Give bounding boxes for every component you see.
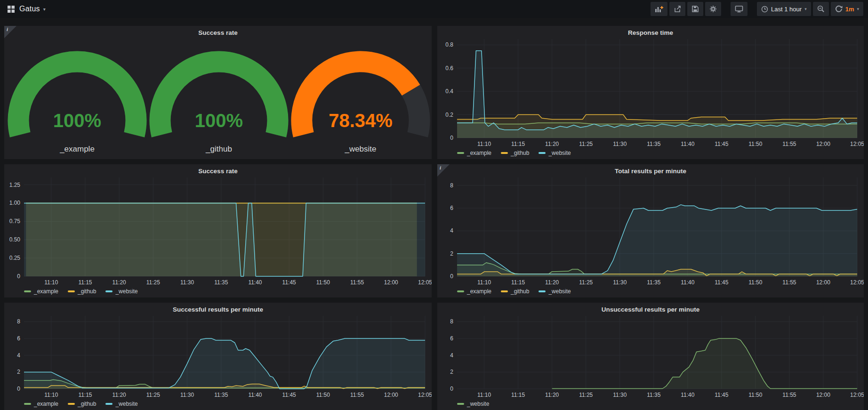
x-tick-label: 12:00 — [816, 141, 830, 147]
clock-icon — [761, 6, 768, 13]
legend-item-_website[interactable]: _website — [457, 401, 489, 407]
save-button[interactable] — [687, 2, 703, 16]
y-tick-label: 0 — [17, 273, 20, 280]
total-results-per-minute-plot[interactable]: 0246811:1011:1511:2011:2511:3011:3511:40… — [437, 164, 864, 297]
legend-color-swatch — [538, 290, 546, 292]
panel-unsuccessful-results: Unsuccessful results per minute 0246811:… — [437, 303, 864, 410]
x-tick-label: 11:55 — [782, 392, 796, 398]
legend-item-_website[interactable]: _website — [105, 288, 137, 295]
x-tick-label: 11:40 — [248, 279, 262, 286]
x-tick-label: 11:50 — [748, 392, 762, 398]
legend-label: _github — [78, 401, 96, 407]
legend-label: _github — [78, 288, 96, 295]
x-tick-label: 11:45 — [715, 279, 728, 286]
legend-color-swatch — [538, 152, 546, 154]
panel-title[interactable]: Success rate — [4, 168, 432, 175]
y-tick-label: 4 — [17, 352, 20, 359]
info-corner-icon[interactable]: i — [437, 164, 450, 177]
legend-item-_github[interactable]: _github — [501, 288, 529, 295]
y-tick-label: 0 — [450, 135, 453, 141]
save-icon — [691, 5, 699, 13]
gauge-value-_website: 78.34% — [329, 110, 393, 131]
info-icon: i — [7, 26, 8, 32]
legend: _example_github_website — [457, 150, 571, 156]
x-tick-label: 11:55 — [350, 392, 364, 398]
zoom-out-icon — [817, 5, 825, 13]
legend-item-_github[interactable]: _github — [68, 288, 96, 295]
chevron-down-icon[interactable]: ▾ — [43, 7, 46, 12]
x-tick-label: 11:15 — [511, 392, 525, 398]
legend-item-_example[interactable]: _example — [457, 288, 491, 295]
legend-color-swatch — [24, 403, 31, 405]
legend-color-swatch — [105, 403, 113, 405]
x-tick-label: 12:05 — [850, 392, 864, 398]
zoom-out-button[interactable] — [813, 2, 829, 16]
info-corner-icon[interactable]: i — [4, 26, 16, 38]
legend-item-_github[interactable]: _github — [68, 401, 96, 407]
x-tick-label: 11:25 — [579, 392, 593, 398]
y-tick-label: 8 — [450, 182, 453, 189]
x-tick-label: 11:30 — [180, 279, 194, 286]
share-button[interactable] — [669, 2, 685, 16]
panel-response-time: Response time 00.20.40.60.811:1011:1511:… — [437, 26, 864, 159]
y-tick-label: 2 — [450, 250, 453, 257]
legend-item-_example[interactable]: _example — [457, 150, 491, 156]
x-tick-label: 11:50 — [748, 141, 762, 147]
legend-item-_website[interactable]: _website — [105, 401, 137, 407]
x-tick-label: 11:40 — [681, 141, 694, 147]
y-tick-label: 0.4 — [445, 88, 453, 95]
y-tick-label: 0.8 — [445, 41, 453, 48]
panel-title[interactable]: Total results per minute — [437, 168, 864, 175]
legend-item-_example[interactable]: _example — [24, 401, 58, 407]
panel-title[interactable]: Response time — [437, 29, 864, 36]
y-tick-label: 6 — [450, 335, 453, 342]
add-panel-icon — [655, 5, 663, 13]
legend-label: _website — [548, 150, 571, 156]
panel-successful-results: Successful results per minute 0246811:10… — [4, 303, 432, 410]
time-range-label: Last 1 hour — [771, 6, 802, 13]
legend-item-_website[interactable]: _website — [538, 288, 571, 295]
x-tick-label: 11:25 — [579, 141, 593, 147]
y-tick-label: 8 — [17, 318, 20, 325]
successful-results-chart-area: 0246811:1011:1511:2011:2511:3011:3511:40… — [4, 303, 432, 410]
time-range-picker[interactable]: Last 1 hour ▾ — [757, 2, 811, 16]
y-tick-label: 8 — [450, 318, 453, 325]
x-tick-label: 11:40 — [248, 392, 262, 398]
panel-title[interactable]: Success rate — [4, 29, 432, 36]
gauge-label-_website: _website — [344, 145, 376, 153]
legend-color-swatch — [24, 290, 31, 292]
refresh-button[interactable]: 1m ▾ — [831, 2, 863, 16]
legend-label: _website — [548, 288, 571, 295]
successful-results-per-minute-plot[interactable]: 0246811:1011:1511:2011:2511:3011:3511:40… — [4, 303, 432, 410]
dashboard-grid-icon[interactable] — [8, 6, 15, 13]
cycle-view-button[interactable] — [731, 2, 747, 16]
x-tick-label: 11:45 — [715, 141, 728, 147]
dashboard-title[interactable]: Gatus — [19, 5, 40, 13]
x-tick-label: 11:20 — [545, 392, 559, 398]
y-tick-label: 4 — [450, 227, 453, 234]
panel-title[interactable]: Unsuccessful results per minute — [437, 306, 864, 313]
settings-button[interactable] — [705, 2, 721, 16]
add-panel-button[interactable] — [651, 2, 667, 16]
y-tick-label: 2 — [450, 369, 453, 375]
legend-item-_website[interactable]: _website — [538, 150, 571, 156]
gauge-value-_github: 100% — [195, 110, 243, 131]
y-tick-label: 0 — [450, 386, 453, 392]
gauges-svg: 100%_example100%_github78.34%_website — [4, 26, 432, 159]
legend: _website — [457, 401, 489, 407]
x-tick-label: 11:35 — [647, 141, 660, 147]
navbar-actions: Last 1 hour ▾ 1m ▾ — [649, 2, 863, 16]
info-icon: i — [440, 165, 441, 170]
unsuccessful-results-per-minute-plot[interactable]: 0246811:1011:1511:2011:2511:3011:3511:40… — [437, 303, 864, 410]
legend-item-_github[interactable]: _github — [501, 150, 529, 156]
x-tick-label: 11:15 — [511, 141, 525, 147]
x-tick-label: 11:30 — [613, 392, 627, 398]
panel-total-results: Total results per minute 0246811:1011:15… — [437, 164, 864, 297]
x-tick-label: 11:30 — [180, 392, 194, 398]
panel-title[interactable]: Successful results per minute — [4, 306, 432, 313]
response-time-plot[interactable]: 00.20.40.60.811:1011:1511:2011:2511:3011… — [437, 26, 864, 159]
success-rate-graph-plot[interactable]: 00.250.500.751.001.2511:1011:1511:2011:2… — [4, 164, 432, 297]
legend-item-_example[interactable]: _example — [24, 288, 58, 295]
x-tick-label: 11:30 — [613, 279, 627, 286]
legend-label: _website — [115, 288, 137, 295]
